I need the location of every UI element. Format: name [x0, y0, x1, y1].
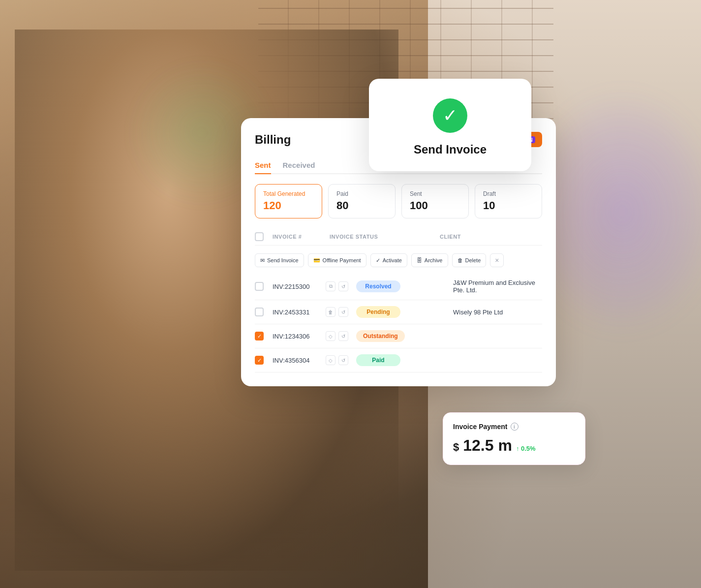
checkmark-icon: ✓ [443, 107, 457, 124]
select-all-checkbox[interactable] [255, 232, 264, 241]
stat-draft-label: Draft [483, 190, 534, 197]
archive-label: Archive [425, 257, 443, 263]
payment-amount: $ 12.5 m ↑ 0.5% [453, 436, 575, 455]
payment-value: 12.5 m [463, 436, 512, 455]
stat-sent-label: Sent [410, 190, 460, 197]
stat-total-generated: Total Generated 120 [255, 184, 322, 218]
client-name-1: J&W Premium and Exclusive Pte. Ltd. [453, 279, 542, 294]
header-client-col: CLIENT [440, 234, 542, 240]
stat-draft-value: 10 [483, 199, 534, 212]
delete-row-icon[interactable]: 🗑 [326, 307, 335, 317]
invoice-checkbox-1[interactable] [255, 282, 264, 291]
stat-paid: Paid 80 [328, 184, 396, 218]
send-invoice-modal: ✓ Send Invoice [369, 79, 531, 171]
invoice-row: ✓ INV:4356304 ◇ ↺ Paid [255, 348, 542, 372]
invoice-number-3: INV:1234306 [273, 333, 317, 340]
delete-icon: 🗑 [457, 257, 463, 263]
stats-row: Total Generated 120 Paid 80 Sent 100 Dra… [255, 184, 542, 218]
activate-icon: ✓ [376, 257, 380, 264]
payment-currency: $ [453, 441, 459, 454]
stat-paid-label: Paid [336, 190, 387, 197]
refresh-icon-4[interactable]: ↺ [338, 355, 348, 365]
send-invoice-action-label: Send Invoice [267, 257, 299, 263]
invoice-row: INV:2453331 🗑 ↺ Pending Wisely 98 Pte Lt… [255, 300, 542, 324]
tab-received[interactable]: Received [283, 157, 315, 174]
diamond-icon[interactable]: ◇ [326, 331, 335, 341]
status-badge-3: Outstanding [356, 330, 405, 342]
invoice-icons-4: ◇ ↺ [326, 355, 348, 365]
refresh-icon-2[interactable]: ↺ [338, 307, 348, 317]
offline-payment-button[interactable]: 💳 Offline Payment [308, 253, 366, 267]
stat-total-label: Total Generated [263, 190, 314, 197]
close-toolbar-button[interactable]: × [490, 253, 504, 267]
tab-sent[interactable]: Sent [255, 157, 271, 174]
invoice-checkbox-2[interactable] [255, 308, 264, 316]
invoice-icons-3: ◇ ↺ [326, 331, 348, 341]
stat-sent: Sent 100 [401, 184, 469, 218]
header-invoice-col: INVOICE # [273, 234, 322, 240]
send-invoice-icon: ✉ [260, 257, 265, 264]
status-badge-1: Resolved [356, 280, 400, 292]
invoice-number-2: INV:2453331 [273, 309, 317, 316]
send-invoice-action-button[interactable]: ✉ Send Invoice [255, 253, 304, 267]
status-badge-4: Paid [356, 354, 400, 366]
archive-button[interactable]: 🗄 Archive [411, 253, 448, 267]
refresh-icon[interactable]: ↺ [338, 281, 348, 291]
invoice-checkbox-4[interactable]: ✓ [255, 356, 264, 365]
invoice-number-1: INV:2215300 [273, 283, 317, 290]
stat-draft: Draft 10 [475, 184, 542, 218]
action-toolbar: ✉ Send Invoice 💳 Offline Payment ✓ Activ… [255, 249, 542, 271]
status-badge-2: Pending [356, 306, 400, 318]
billing-title: Billing [255, 133, 291, 147]
stat-sent-value: 100 [410, 199, 460, 212]
archive-icon: 🗄 [417, 257, 422, 263]
invoice-row: ✓ INV:1234306 ◇ ↺ Outstanding [255, 324, 542, 348]
ui-container: ✓ Send Invoice Billing + Create Invoice … [241, 79, 669, 386]
header-checkbox-col [255, 232, 265, 241]
stat-paid-value: 80 [336, 199, 387, 212]
activate-label: Activate [383, 257, 402, 263]
invoice-row: INV:2215300 ⧉ ↺ Resolved J&W Premium and… [255, 273, 542, 300]
info-icon[interactable]: i [511, 423, 518, 431]
table-header: INVOICE # INVOICE STATUS CLIENT [255, 228, 542, 246]
invoice-icons-1: ⧉ ↺ [326, 281, 348, 291]
invoice-checkbox-3[interactable]: ✓ [255, 332, 264, 340]
stat-total-value: 120 [263, 199, 314, 212]
invoice-icons-2: 🗑 ↺ [326, 307, 348, 317]
copy-icon[interactable]: ⧉ [326, 281, 335, 291]
delete-label: Delete [465, 257, 481, 263]
offline-payment-label: Offline Payment [323, 257, 361, 263]
activate-button[interactable]: ✓ Activate [370, 253, 407, 267]
payment-card-title: Invoice Payment i [453, 423, 575, 431]
header-status-col: INVOICE STATUS [330, 234, 432, 240]
send-invoice-modal-title: Send Invoice [384, 143, 517, 156]
delete-button[interactable]: 🗑 Delete [452, 253, 487, 267]
offline-payment-icon: 💳 [313, 257, 320, 264]
payment-change: ↑ 0.5% [516, 445, 536, 452]
invoice-number-4: INV:4356304 [273, 357, 317, 364]
client-name-2: Wisely 98 Pte Ltd [453, 309, 542, 316]
diamond-outline-icon[interactable]: ◇ [326, 355, 335, 365]
invoice-payment-card: Invoice Payment i $ 12.5 m ↑ 0.5% [443, 412, 585, 465]
success-icon-circle: ✓ [433, 98, 467, 133]
refresh-icon-3[interactable]: ↺ [338, 331, 348, 341]
